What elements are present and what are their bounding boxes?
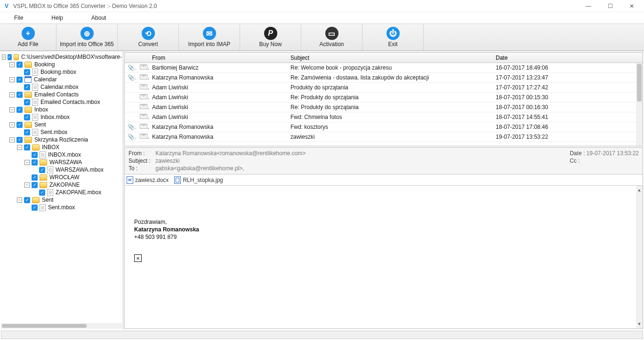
- tree-folder-booking[interactable]: −✓Booking: [1, 61, 122, 68]
- tree-folder-inbox2[interactable]: −✓INBOX: [1, 143, 122, 151]
- col-subject[interactable]: Subject: [288, 55, 493, 61]
- import-imap-button[interactable]: ✉Import into IMAP: [179, 24, 240, 50]
- row-subject: Re: Produkty do sprzątania: [288, 94, 493, 101]
- envelope-icon: [137, 114, 149, 120]
- tree-file[interactable]: ✓Sent.mbox: [1, 204, 122, 211]
- mail-list-header: From Subject Date: [125, 53, 643, 63]
- row-subject: Re: Welcome book - propozycja zakresu: [288, 64, 493, 71]
- tree-file[interactable]: ✓INBOX.mbox: [1, 151, 122, 158]
- titlebar: V VSPL MBOX to Office 365 Converter :- D…: [0, 0, 644, 12]
- row-date: 18-07-2017 00:15:30: [493, 94, 643, 101]
- to-value: gabska<gabska@rentlikehome.pl>,: [155, 165, 244, 172]
- row-date: 18-07-2017 17:08:46: [493, 124, 643, 130]
- mail-row[interactable]: 📎Katarzyna RomanowskaRe: Zamówienia - do…: [125, 73, 643, 83]
- folder-icon: [40, 174, 47, 181]
- tree-folder-wroclaw[interactable]: ✓WROCŁAW: [1, 174, 122, 181]
- col-from[interactable]: From: [149, 55, 288, 61]
- tree-folder-skrzynka[interactable]: −✓Skrzynka Rozliczenia: [1, 136, 122, 143]
- row-date: 18-07-2017 00:16:30: [493, 104, 643, 111]
- folder-icon: [32, 144, 40, 150]
- monitor-icon: ▭: [325, 27, 338, 40]
- mail-row[interactable]: Adam LiwińskiRe: Produkty do sprzątania1…: [125, 103, 643, 112]
- plus-icon: +: [22, 27, 35, 40]
- horizontal-scrollbar[interactable]: [1, 323, 122, 329]
- paypal-icon: P: [264, 27, 277, 40]
- tree-file[interactable]: ✓ZAKOPANE.mbox: [1, 189, 122, 196]
- folder-icon: [14, 54, 19, 60]
- menu-help[interactable]: Help: [51, 15, 63, 21]
- close-button[interactable]: ✕: [625, 1, 638, 11]
- mail-row[interactable]: Adam LiwińskiProdukty do sprzątania17-07…: [125, 83, 643, 93]
- tree-file[interactable]: ✓WARSZAWA.mbox: [1, 166, 122, 174]
- file-icon: [32, 114, 38, 121]
- tree-file[interactable]: ✓Calendar.mbox: [1, 83, 122, 91]
- attachment-icon: 📎: [125, 74, 137, 81]
- subject-value: zawieszki: [155, 158, 179, 164]
- file-icon: [47, 189, 53, 196]
- mail-row[interactable]: 📎Bartłomiej Barwicz Re: Welcome book - p…: [125, 63, 643, 73]
- attachment-jpg[interactable]: RLH_stopka.jpg: [174, 176, 223, 184]
- mail-row[interactable]: 📎Katarzyna RomanowskaFwd: kosztorys18-07…: [125, 122, 643, 132]
- tree-folder-zakopane[interactable]: −✓ZAKOPANE: [1, 181, 122, 189]
- preview-scrollbar[interactable]: ▲ ▼: [636, 186, 643, 328]
- vertical-scrollbar[interactable]: [636, 63, 643, 146]
- tree-folder-sent2[interactable]: −✓Sent: [1, 196, 122, 204]
- tree-folder-sent[interactable]: −✓Sent: [1, 121, 122, 128]
- image-icon: [174, 176, 181, 184]
- row-subject: Re: Produkty do sprzątania: [288, 104, 493, 111]
- envelope-icon: [137, 134, 149, 140]
- row-subject: Fwd: kosztorys: [288, 124, 493, 130]
- buy-now-button[interactable]: PBuy Now: [240, 24, 301, 50]
- tree-file[interactable]: ✓Sent.mbox: [1, 128, 122, 136]
- envelope-icon: [137, 84, 149, 91]
- file-icon: [32, 84, 38, 91]
- tree-folder-calendar[interactable]: −✓Calendar: [1, 76, 122, 83]
- date-value: 19-07-2017 13:53:22: [587, 150, 639, 157]
- minimize-button[interactable]: —: [582, 1, 595, 11]
- scroll-down-icon[interactable]: ▼: [637, 321, 642, 327]
- scroll-up-icon[interactable]: ▲: [637, 187, 642, 193]
- menu-file[interactable]: File: [14, 15, 23, 21]
- envelope-icon: [137, 64, 149, 71]
- attachment-bar: zawiesz.docx RLH_stopka.jpg: [125, 174, 643, 186]
- tree-folder-emailed[interactable]: −✓Emailed Contacts: [1, 91, 122, 98]
- file-icon: [40, 151, 46, 158]
- tree-folder-inbox[interactable]: −✓Inbox: [1, 106, 122, 113]
- row-subject: Fwd: Chmielna fotos: [288, 114, 493, 120]
- col-date[interactable]: Date: [493, 55, 643, 61]
- attachment-docx[interactable]: zawiesz.docx: [127, 176, 169, 184]
- activation-button[interactable]: ▭Activation: [301, 24, 362, 50]
- exit-button[interactable]: ⏻Exit: [362, 24, 424, 50]
- body-name: Katarzyna Romanowska: [134, 226, 633, 233]
- envelope-icon: [137, 124, 149, 130]
- office-icon: ⊕: [80, 27, 94, 40]
- convert-button[interactable]: ⟲Convert: [118, 24, 179, 50]
- folder-icon: [32, 197, 40, 203]
- menu-about[interactable]: About: [91, 15, 106, 21]
- folder-tree[interactable]: −✓C:\Users\ved\Desktop\MBOX\vsoftware- −…: [0, 51, 123, 330]
- mail-row[interactable]: Adam LiwińskiFwd: Chmielna fotos18-07-20…: [125, 112, 643, 122]
- window-title: VSPL MBOX to Office 365 Converter :- Dem…: [13, 3, 582, 9]
- attachment-icon: 📎: [125, 134, 137, 140]
- maximize-button[interactable]: ☐: [604, 1, 617, 11]
- from-label: From :: [129, 150, 154, 157]
- add-file-button[interactable]: +Add File: [0, 24, 56, 50]
- folder-icon: [40, 159, 47, 166]
- tree-file[interactable]: ✓Emailed Contacts.mbox: [1, 98, 122, 106]
- tree-file[interactable]: ✓Inbox.mbox: [1, 113, 122, 121]
- mail-row[interactable]: Adam LiwińskiRe: Produkty do sprzątania1…: [125, 93, 643, 103]
- row-from: Adam Liwiński: [149, 84, 288, 91]
- tree-file[interactable]: ✓Booking.mbox: [1, 68, 122, 76]
- body-greeting: Pozdrawiam,: [134, 219, 633, 225]
- row-from: Katarzyna Romanowska: [149, 134, 288, 140]
- folder-icon: [40, 182, 47, 188]
- preview-body: Pozdrawiam, Katarzyna Romanowska +48 503…: [125, 186, 643, 328]
- mail-row[interactable]: 📎Katarzyna Romanowskazawieszki19-07-2017…: [125, 132, 643, 142]
- tree-folder-warszawa[interactable]: −✓WARSZAWA: [1, 158, 122, 166]
- app-logo-icon: V: [3, 2, 10, 10]
- row-from: Adam Liwiński: [149, 104, 288, 111]
- row-from: Adam Liwiński: [149, 94, 288, 101]
- import-o365-button[interactable]: ⊕Import into Office 365: [56, 24, 118, 50]
- tree-root[interactable]: −✓C:\Users\ved\Desktop\MBOX\vsoftware-: [1, 53, 122, 61]
- attachment-icon: 📎: [125, 64, 137, 71]
